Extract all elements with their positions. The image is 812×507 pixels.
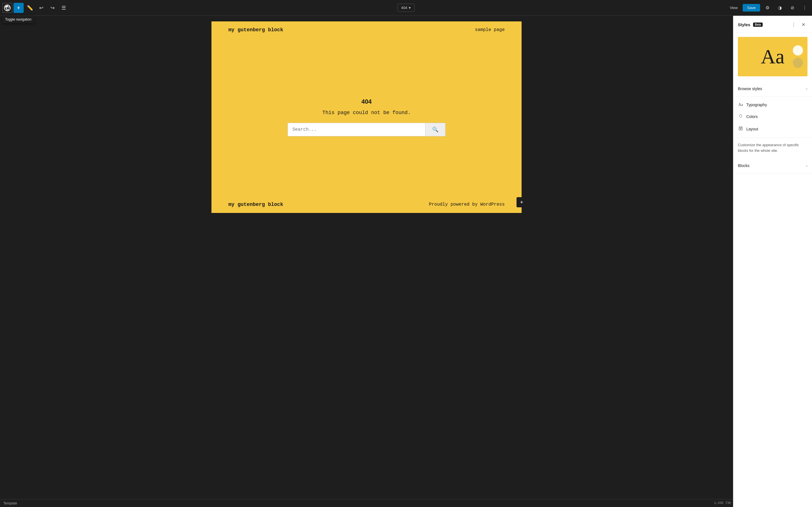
site-nav: sample page (475, 27, 505, 33)
typography-icon: Aa (738, 103, 744, 107)
blocks-chevron-icon: › (806, 163, 808, 168)
more-options-button[interactable]: ⋮ (800, 3, 810, 13)
colors-button[interactable]: Colors (733, 110, 812, 123)
beta-badge: Beta (753, 22, 763, 27)
preview-circle-gray (793, 58, 803, 68)
theme-toggle-button[interactable]: ◑ (775, 3, 785, 13)
chevron-down-icon: ▾ (409, 6, 411, 10)
footer-title: my gutenberg block (229, 202, 283, 207)
layout-button[interactable]: Layout (733, 123, 812, 135)
wp-logo-icon (4, 4, 11, 11)
layout-icon (738, 126, 744, 132)
footer-credit: Proudly powered by WordPress (429, 202, 505, 207)
search-container: 🔍 (288, 123, 446, 136)
help-button[interactable]: ⊘ (787, 3, 797, 13)
wp-logo-button[interactable] (2, 3, 12, 13)
save-button[interactable]: Save (743, 4, 760, 11)
customize-text-area: Customize the appearance of specific blo… (733, 138, 812, 158)
typography-left: Aa Typography (738, 103, 767, 107)
search-input[interactable] (288, 123, 425, 136)
browse-styles-left: Browse styles (738, 87, 762, 91)
blocks-section: Blocks › (733, 158, 812, 174)
svg-rect-2 (739, 128, 741, 130)
sidebar-header: Styles Beta ⋮ ✕ (733, 16, 812, 33)
page-canvas: my gutenberg block sample page 404 This … (211, 21, 522, 213)
error-message: This page could not be found. (322, 110, 410, 115)
toolbar-left: + ✏️ ↩ ↪ ☰ (2, 3, 69, 13)
colors-left: Colors (738, 114, 758, 119)
view-button[interactable]: View (727, 4, 741, 11)
browse-styles-label: Browse styles (738, 87, 762, 91)
search-submit-button[interactable]: 🔍 (425, 123, 446, 136)
sidebar-title-row: Styles Beta (738, 22, 763, 27)
sidebar-close-button[interactable]: ✕ (799, 20, 808, 29)
canvas-wrapper: my gutenberg block sample page 404 This … (0, 16, 733, 499)
status-bar: Template (0, 499, 733, 507)
layout-left: Layout (738, 126, 758, 132)
style-options-section: Aa Typography Colors (733, 97, 812, 138)
sidebar-header-actions: ⋮ ✕ (790, 20, 808, 29)
page-selector-label: 404 (401, 6, 407, 10)
error-code: 404 (361, 98, 372, 105)
settings-button[interactable]: ⚙ (762, 3, 772, 13)
sidebar-more-button[interactable]: ⋮ (790, 20, 798, 29)
search-icon: 🔍 (432, 126, 439, 133)
content-area: 404 This page could not be found. 🔍 (211, 38, 522, 196)
colors-label: Colors (746, 114, 758, 119)
status-text: Template (3, 501, 17, 505)
site-header: my gutenberg block sample page (211, 21, 522, 38)
customize-description: Customize the appearance of specific blo… (738, 142, 808, 153)
toggle-nav-tooltip: Toggle navigation (2, 16, 34, 23)
svg-rect-1 (739, 127, 742, 128)
browse-styles-button[interactable]: Browse styles › (733, 83, 812, 94)
styles-sidebar: Styles Beta ⋮ ✕ Aa Browse styles › (733, 16, 812, 507)
preview-circles (793, 45, 803, 68)
coordinates-display: 1,436 730 (714, 501, 731, 505)
sidebar-title: Styles (738, 22, 750, 27)
toolbar: + ✏️ ↩ ↪ ☰ 404 ▾ View Save ⚙ ◑ ⊘ ⋮ (0, 0, 812, 16)
blocks-button[interactable]: Blocks › (733, 160, 812, 171)
main-layout: my gutenberg block sample page 404 This … (0, 16, 812, 507)
add-block-canvas-button[interactable]: + (516, 197, 527, 207)
canvas-area: my gutenberg block sample page 404 This … (0, 16, 733, 507)
browse-styles-chevron-icon: › (806, 87, 808, 91)
colors-icon (738, 114, 744, 119)
preview-circle-white (793, 45, 803, 55)
style-preview: Aa (738, 37, 808, 76)
svg-rect-3 (741, 128, 742, 130)
layout-label: Layout (746, 127, 758, 131)
site-title: my gutenberg block (229, 27, 283, 33)
toolbar-right: View Save ⚙ ◑ ⊘ ⋮ (727, 3, 810, 13)
toolbar-center: 404 ▾ (398, 4, 415, 12)
site-footer: my gutenberg block Proudly powered by Wo… (211, 196, 522, 213)
blocks-label: Blocks (738, 163, 749, 168)
browse-styles-section: Browse styles › (733, 81, 812, 97)
redo-button[interactable]: ↪ (47, 3, 57, 13)
list-view-button[interactable]: ☰ (59, 3, 69, 13)
tools-button[interactable]: ✏️ (25, 3, 35, 13)
typography-label: Typography (746, 103, 767, 107)
typography-button[interactable]: Aa Typography (733, 99, 812, 110)
preview-text: Aa (761, 45, 784, 68)
add-block-toolbar-button[interactable]: + (13, 3, 24, 13)
undo-button[interactable]: ↩ (36, 3, 46, 13)
page-selector[interactable]: 404 ▾ (398, 4, 415, 12)
